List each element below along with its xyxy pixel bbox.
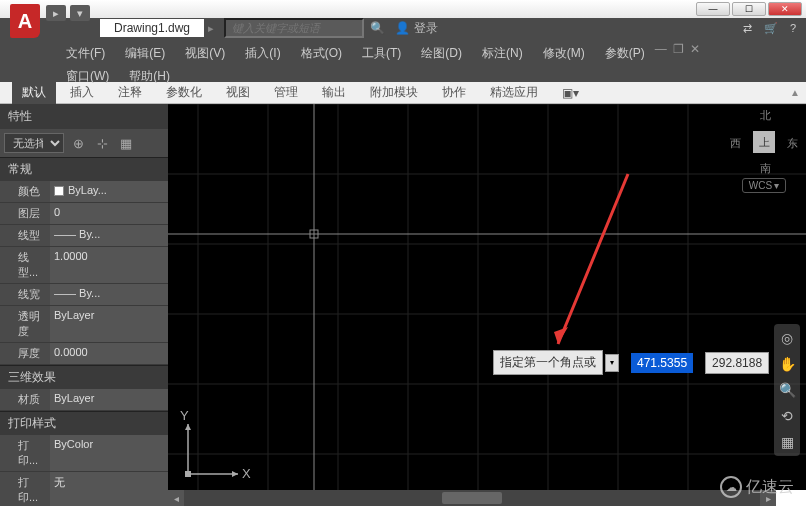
prop-row-color[interactable]: 颜色ByLay...: [0, 181, 168, 203]
prop-row-transparency[interactable]: 透明度ByLayer: [0, 306, 168, 343]
watermark-cloud-icon: ☁: [720, 476, 742, 498]
mdi-restore-icon[interactable]: ❐: [673, 42, 684, 65]
login-label: 登录: [414, 20, 438, 37]
showmotion-icon[interactable]: ▦: [781, 434, 794, 450]
ribbon-tab-default[interactable]: 默认: [12, 81, 56, 104]
section-plotstyle[interactable]: 打印样式: [0, 411, 168, 435]
menu-edit[interactable]: 编辑(E): [115, 42, 175, 65]
compass-west: 西: [730, 136, 741, 151]
menu-param[interactable]: 参数(P): [595, 42, 655, 65]
window-minimize-button[interactable]: —: [696, 2, 730, 16]
watermark-text: 亿速云: [746, 477, 794, 498]
quick-calc-icon[interactable]: ▦: [116, 133, 136, 153]
person-icon: 👤: [395, 21, 410, 35]
command-prompt-label: 指定第一个角点或: [493, 350, 603, 375]
ribbon-tab-manage[interactable]: 管理: [264, 81, 308, 104]
ribbon-tab-more[interactable]: ▣▾: [552, 83, 589, 103]
ucs-icon: X Y: [180, 408, 251, 481]
prop-row-thickness[interactable]: 厚度0.0000: [0, 343, 168, 365]
exchange-icon[interactable]: ⇄: [743, 22, 752, 35]
prop-row-layer[interactable]: 图层0: [0, 203, 168, 225]
section-general[interactable]: 常规: [0, 157, 168, 181]
qat-dropdown-button[interactable]: ▾: [70, 5, 90, 21]
svg-text:X: X: [242, 466, 251, 481]
ribbon-tab-output[interactable]: 输出: [312, 81, 356, 104]
quick-select-icon[interactable]: ⊕: [68, 133, 88, 153]
viewcube[interactable]: 北 南 东 西 上 WCS▾: [728, 112, 800, 232]
grid: [168, 104, 806, 490]
mdi-minimize-icon[interactable]: —: [655, 42, 667, 65]
menubar: 文件(F) 编辑(E) 视图(V) 插入(I) 格式(O) 工具(T) 绘图(D…: [0, 38, 806, 82]
menu-modify[interactable]: 修改(M): [533, 42, 595, 65]
menu-tools[interactable]: 工具(T): [352, 42, 411, 65]
watermark: ☁ 亿速云: [720, 476, 794, 498]
command-options-dropdown[interactable]: ▾: [605, 354, 619, 372]
menu-view[interactable]: 视图(V): [175, 42, 235, 65]
help-icon[interactable]: ?: [790, 22, 796, 35]
prop-row-material[interactable]: 材质ByLayer: [0, 389, 168, 411]
properties-panel: 特性 无选择 ⊕ ⊹ ▦ 常规 颜色ByLay... 图层0 线型—— By..…: [0, 104, 168, 490]
ribbon-tab-addon[interactable]: 附加模块: [360, 81, 428, 104]
steering-wheel-icon[interactable]: ◎: [781, 330, 793, 346]
crosshair-cursor: [168, 104, 806, 490]
ribbon-tab-view[interactable]: 视图: [216, 81, 260, 104]
navigation-bar: ◎ ✋ 🔍 ⟲ ▦: [774, 324, 800, 456]
search-input[interactable]: [224, 18, 364, 38]
selection-dropdown[interactable]: 无选择: [4, 133, 64, 153]
coord-y-input[interactable]: 292.8188: [705, 352, 769, 374]
properties-title: 特性: [0, 104, 168, 129]
prop-row-plot2[interactable]: 打印...无: [0, 472, 168, 506]
compass-north: 北: [760, 108, 771, 123]
menu-insert[interactable]: 插入(I): [235, 42, 290, 65]
drawing-canvas[interactable]: X Y 指定第一个角点或 ▾ 471.5355 292.8188 北 南 东 西…: [168, 104, 806, 490]
zoom-icon[interactable]: 🔍: [779, 382, 796, 398]
svg-marker-18: [232, 471, 238, 477]
window-maximize-button[interactable]: ☐: [732, 2, 766, 16]
window-close-button[interactable]: ✕: [768, 2, 802, 16]
dynamic-input-tooltip: 指定第一个角点或 ▾ 471.5355 292.8188: [493, 350, 769, 375]
ribbon-tab-parametric[interactable]: 参数化: [156, 81, 212, 104]
section-3d[interactable]: 三维效果: [0, 365, 168, 389]
select-objects-icon[interactable]: ⊹: [92, 133, 112, 153]
svg-text:Y: Y: [180, 408, 189, 423]
ribbon-tab-insert[interactable]: 插入: [60, 81, 104, 104]
color-swatch-icon: [54, 186, 64, 196]
prop-row-plot1[interactable]: 打印...ByColor: [0, 435, 168, 472]
binoculars-icon[interactable]: 🔍: [370, 21, 385, 35]
menu-file[interactable]: 文件(F): [56, 42, 115, 65]
orbit-icon[interactable]: ⟲: [781, 408, 793, 424]
svg-marker-20: [185, 424, 191, 430]
coord-x-input[interactable]: 471.5355: [631, 353, 693, 373]
menu-draw[interactable]: 绘图(D): [411, 42, 472, 65]
prop-row-linetype[interactable]: 线型—— By...: [0, 225, 168, 247]
prop-row-linescale[interactable]: 线型...1.0000: [0, 247, 168, 284]
tab-dropdown-icon[interactable]: ▸: [204, 22, 218, 35]
menu-dimension[interactable]: 标注(N): [472, 42, 533, 65]
ribbon-tab-featured[interactable]: 精选应用: [480, 81, 548, 104]
scrollbar-thumb[interactable]: [442, 492, 502, 504]
os-titlebar: — ☐ ✕: [0, 0, 806, 18]
chevron-down-icon: ▾: [774, 180, 779, 191]
login-button[interactable]: 👤 登录: [395, 20, 438, 37]
menu-format[interactable]: 格式(O): [291, 42, 352, 65]
prop-row-lineweight[interactable]: 线宽—— By...: [0, 284, 168, 306]
ribbon-collapse-icon[interactable]: ▲: [790, 87, 806, 98]
svg-rect-23: [185, 471, 191, 477]
viewcube-top-face[interactable]: 上: [753, 131, 775, 153]
mdi-close-icon[interactable]: ✕: [690, 42, 700, 65]
wcs-dropdown[interactable]: WCS▾: [742, 178, 786, 193]
quick-access-toolbar: ▸ ▾: [46, 5, 90, 21]
scroll-left-icon[interactable]: ◂: [168, 490, 184, 506]
qat-menu-button[interactable]: ▸: [46, 5, 66, 21]
compass-east: 东: [787, 136, 798, 151]
cart-icon[interactable]: 🛒: [764, 22, 778, 35]
title-strip: Drawing1.dwg ▸ 🔍 👤 登录 ⇄ 🛒 ?: [0, 18, 806, 38]
ribbon-tab-annotate[interactable]: 注释: [108, 81, 152, 104]
app-logo[interactable]: A: [10, 4, 40, 38]
horizontal-scrollbar[interactable]: ◂ ▸: [168, 490, 776, 506]
ribbon-tab-collab[interactable]: 协作: [432, 81, 476, 104]
pan-icon[interactable]: ✋: [779, 356, 796, 372]
compass-south: 南: [760, 161, 771, 176]
document-tab[interactable]: Drawing1.dwg: [100, 19, 204, 37]
